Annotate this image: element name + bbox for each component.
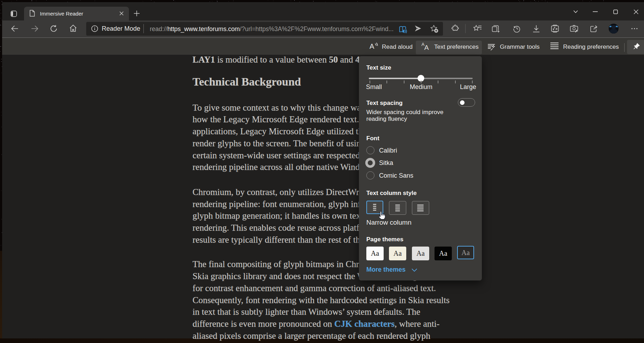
svg-text:A: A [370,42,374,50]
svg-text:A: A [424,44,429,51]
